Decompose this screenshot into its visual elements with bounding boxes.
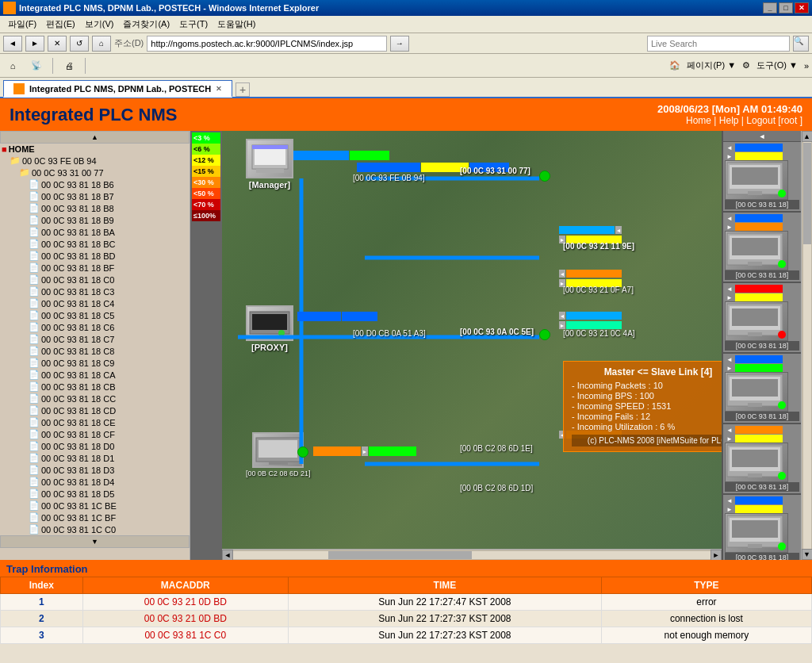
scroll-right-btn[interactable]: ►: [710, 550, 722, 561]
sidebar-tree-item[interactable]: 📄00 0C 93 81 18 BC: [0, 238, 190, 250]
forward-button[interactable]: ►: [25, 36, 44, 52]
sidebar-tree-item[interactable]: 📄00 0C 93 81 18 CA: [0, 369, 190, 381]
home-nav-button[interactable]: ⌂: [92, 36, 111, 52]
menu-help[interactable]: 도움말(H): [213, 17, 260, 32]
sidebar-tree-item[interactable]: 📄00 0C 93 81 18 D4: [0, 476, 190, 488]
toolbar-tools-icon[interactable]: ⚙: [742, 60, 750, 71]
maximize-button[interactable]: □: [779, 2, 793, 13]
menu-tools[interactable]: 도구(T): [174, 17, 213, 32]
sidebar-tree-item[interactable]: 📄00 0C 93 81 18 D3: [0, 464, 190, 476]
sidebar-tree-item[interactable]: 📄00 0C 93 81 18 C5: [0, 309, 190, 321]
stop-button[interactable]: ✕: [48, 36, 67, 52]
scroll-track[interactable]: [233, 551, 710, 559]
sidebar-tree-item[interactable]: 📄00 0C 93 81 18 CE: [0, 416, 190, 428]
scroll-down-arrow[interactable]: ►: [725, 435, 734, 443]
menu-file[interactable]: 파일(F): [3, 17, 41, 32]
device-entry[interactable]: ◄► [00 0C 93 81 18]: [723, 495, 801, 560]
scroll-up-arrow[interactable]: ◄: [725, 355, 734, 363]
toolbar-rss-icon[interactable]: 📡: [27, 56, 46, 75]
toolbar-home-icon[interactable]: ⌂: [3, 56, 22, 75]
minimize-button[interactable]: _: [763, 2, 777, 13]
back-button[interactable]: ◄: [3, 36, 22, 52]
manager-node[interactable]: [Manager]: [246, 139, 293, 190]
sidebar-tree-item[interactable]: 📄00 0C 93 81 18 D1: [0, 452, 190, 464]
sidebar-tree-item[interactable]: 📄00 0C 93 81 18 B9: [0, 214, 190, 226]
device-entry[interactable]: ◄► [00 0C 93 81 18]: [723, 213, 801, 283]
toolbar-page-label[interactable]: 페이지(P) ▼: [687, 59, 736, 71]
sidebar-tree-item[interactable]: 📄00 0C 93 81 18 BA: [0, 226, 190, 238]
sidebar-tree-item[interactable]: 📄00 0C 93 81 18 CB: [0, 381, 190, 393]
scroll-up-arrow[interactable]: ◄: [725, 426, 734, 434]
search-go-button[interactable]: 🔍: [793, 36, 809, 52]
refresh-button[interactable]: ↺: [70, 36, 89, 52]
toolbar-page-icon[interactable]: 🏠: [669, 60, 680, 71]
sidebar-scroll-up[interactable]: ▲: [0, 131, 190, 144]
scroll-up-arrow[interactable]: ◄: [725, 496, 734, 504]
device-entry[interactable]: ◄► [00 0C 93 81 18]: [723, 424, 801, 495]
sidebar-tree-item[interactable]: 📄00 0C 93 81 18 B6: [0, 178, 190, 190]
help-link[interactable]: Help: [719, 115, 739, 126]
toolbar-print-icon[interactable]: 🖨: [59, 56, 79, 75]
sidebar-tree-item[interactable]: 📄00 0C 93 81 18 CC: [0, 393, 190, 404]
scroll-down-btn[interactable]: ▼: [802, 549, 813, 560]
sidebar-tree-item[interactable]: 📁00 0C 93 FE 0B 94: [0, 155, 190, 167]
sidebar-tree-item[interactable]: 📄00 0C 93 81 1C BE: [0, 500, 190, 512]
sidebar-tree-item[interactable]: 📄00 0C 93 81 18 BF: [0, 262, 190, 274]
scroll-up-btn[interactable]: ▲: [802, 131, 813, 142]
device-entry[interactable]: ◄► [00 0C 93 81 18]: [723, 283, 801, 354]
sidebar-tree-item[interactable]: 📄00 0C 93 81 18 D0: [0, 440, 190, 452]
sidebar-tree-item[interactable]: 📄00 0C 93 81 18 CF: [0, 428, 190, 440]
url-input[interactable]: [147, 36, 386, 52]
sidebar-tree-item[interactable]: 📄00 0C 93 81 18 C9: [0, 357, 190, 369]
menu-view[interactable]: 보기(V): [80, 17, 119, 32]
scroll-down-arrow[interactable]: ►: [725, 364, 734, 372]
sidebar-tree-item[interactable]: 📄00 0C 93 81 18 CD: [0, 404, 190, 416]
scroll-down-arrow[interactable]: ►: [725, 505, 734, 513]
sidebar-tree-item[interactable]: 📄00 0C 93 81 18 C0: [0, 274, 190, 286]
sidebar-tree-item[interactable]: 📄00 0C 93 81 18 B8: [0, 202, 190, 214]
go-button[interactable]: →: [390, 36, 409, 52]
sidebar-tree-item[interactable]: 📄00 0C 93 81 18 C4: [0, 297, 190, 309]
map-area[interactable]: [Manager] [00 0C 93 31 00 77] [00 0C 93 …: [222, 131, 722, 560]
menu-edit[interactable]: 편집(E): [41, 17, 80, 32]
scroll-down-arrow[interactable]: ►: [725, 293, 734, 301]
close-button[interactable]: ✕: [795, 2, 809, 13]
scroll-up-arrow[interactable]: ◄: [725, 214, 734, 222]
scroll-down-arrow[interactable]: ►: [725, 152, 734, 160]
device-list-scroll-up[interactable]: ◄: [723, 131, 801, 142]
toolbar-tools-label[interactable]: 도구(O) ▼: [756, 59, 798, 71]
scroll-up-arrow[interactable]: ◄: [725, 144, 734, 151]
home-link[interactable]: Home: [686, 115, 711, 126]
menu-favorites[interactable]: 즐겨찾기(A): [118, 17, 174, 32]
trap-table-row[interactable]: 100 0C 93 21 0D BDSun Jun 22 17:27:47 KS…: [1, 594, 812, 611]
toolbar-extend-button[interactable]: »: [804, 61, 809, 71]
sidebar-tree-item[interactable]: 📄00 0C 93 81 18 D5: [0, 488, 190, 500]
sidebar-tree-item[interactable]: 📁00 0C 93 31 00 77: [0, 167, 190, 178]
tab-close-button[interactable]: ✕: [216, 85, 222, 93]
sidebar-tree-item[interactable]: 📄00 0C 93 81 18 C8: [0, 345, 190, 357]
sidebar-tree-item[interactable]: 📄00 0C 93 81 18 C6: [0, 321, 190, 333]
new-tab-button[interactable]: +: [236, 82, 250, 97]
v-scroll-track[interactable]: [803, 142, 811, 549]
sidebar-tree-item[interactable]: 📄00 0C 93 81 1C C0: [0, 523, 190, 535]
sidebar-tree-item[interactable]: 📄00 0C 93 81 18 C3: [0, 286, 190, 297]
vertical-scrollbar[interactable]: ▲ ▼: [801, 131, 812, 560]
horizontal-scrollbar[interactable]: ◄ ►: [222, 549, 722, 560]
device-entry[interactable]: ◄► [00 0C 93 81 18]: [723, 354, 801, 424]
sidebar-tree-item[interactable]: 📄00 0C 93 81 1C BF: [0, 512, 190, 523]
sidebar-tree-item[interactable]: 📄00 0C 93 81 18 C7: [0, 333, 190, 345]
sidebar-tree-item[interactable]: 📄00 0C 93 81 18 B7: [0, 190, 190, 202]
trap-table-row[interactable]: 300 0C 93 81 1C C0Sun Jun 22 17:27:23 KS…: [1, 627, 812, 644]
sidebar-tree-item[interactable]: 📄00 0C 93 81 18 BD: [0, 250, 190, 262]
proxy-node[interactable]: [PROXY]: [246, 305, 293, 352]
sidebar-home[interactable]: ■ HOME: [0, 144, 190, 155]
sidebar-scroll-down[interactable]: ▼: [0, 535, 190, 548]
scroll-down-arrow[interactable]: ►: [725, 223, 734, 231]
browser-tab-active[interactable]: Integrated PLC NMS, DPNM Lab., POSTECH ✕: [3, 80, 232, 98]
scroll-left-btn[interactable]: ◄: [222, 550, 233, 561]
logout-link[interactable]: Logout [root ]: [746, 115, 802, 126]
device-entry[interactable]: ◄► [00 0C 93 81 18]: [723, 142, 801, 213]
trap-table-row[interactable]: 200 0C 93 21 0D BDSun Jun 22 17:27:37 KS…: [1, 611, 812, 627]
scroll-up-arrow[interactable]: ◄: [725, 285, 734, 293]
search-input[interactable]: [647, 36, 790, 52]
